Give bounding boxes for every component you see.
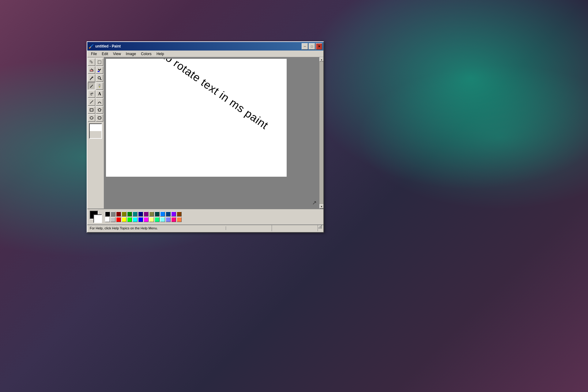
svg-point-16 [92,95,92,95]
color-swatch[interactable] [138,217,143,222]
tool-magnifier[interactable] [96,74,103,82]
scroll-track[interactable] [319,62,323,204]
color-swatch[interactable] [116,212,121,217]
svg-rect-25 [320,228,321,228]
tool-brush[interactable] [96,82,103,90]
status-corner [318,225,322,231]
status-text: For Help, click Help Topics on the Help … [89,226,226,230]
maximize-button[interactable]: □ [309,43,315,50]
tool-rect[interactable] [88,106,95,114]
status-bar: For Help, click Help Topics on the Help … [87,224,323,231]
tool-polygon[interactable] [96,106,103,114]
color-swatch[interactable] [122,217,126,222]
color-row-2 [105,217,182,222]
menu-edit[interactable]: Edit [99,51,111,57]
color-swatch[interactable] [111,212,115,217]
tool-rounded-rect[interactable] [96,114,103,122]
tool-free-select[interactable] [88,58,95,66]
color-swatch[interactable] [138,212,143,217]
color-palette-area [87,209,323,224]
color-swatch[interactable] [105,217,110,222]
color-swatch[interactable] [171,212,176,217]
svg-rect-29 [321,225,322,226]
color-swatch[interactable] [133,217,138,222]
color-swatch[interactable] [144,212,149,217]
menu-help[interactable]: Help [154,51,167,57]
color-swatch[interactable] [166,217,171,222]
svg-rect-28 [321,226,322,227]
color-swatch[interactable] [149,212,154,217]
svg-rect-12 [99,84,100,87]
color-swatch[interactable] [160,217,165,222]
svg-rect-20 [90,109,93,111]
color-selected-box [90,211,102,223]
color-swatch[interactable] [155,217,160,222]
menu-file[interactable]: File [89,51,99,57]
color-swatch[interactable] [166,212,171,217]
svg-rect-26 [321,228,322,228]
svg-rect-24 [318,228,319,228]
preview-bottom [90,131,101,138]
color-grid [105,212,182,222]
tool-row-2 [88,66,103,74]
svg-point-13 [90,94,91,95]
tool-airbrush[interactable] [88,90,95,98]
color-swatch[interactable] [177,212,182,217]
canvas-text: how to rotate text in ms paint [140,59,271,132]
svg-rect-4 [98,71,100,72]
color-swatch[interactable] [144,217,149,222]
tool-row-5: A [88,90,103,98]
svg-line-19 [90,100,93,104]
tool-ellipse[interactable] [88,114,95,122]
svg-point-8 [98,77,100,79]
svg-marker-0 [90,61,92,63]
background-color[interactable] [93,214,102,223]
color-swatch[interactable] [149,217,154,222]
color-swatch[interactable] [177,217,182,222]
status-section-1 [226,225,272,231]
color-swatch[interactable] [127,212,132,217]
color-swatch[interactable] [171,217,176,222]
menu-colors[interactable]: Colors [138,51,154,57]
tool-eraser[interactable] [88,66,95,74]
svg-rect-27 [320,226,321,227]
color-swatch[interactable] [116,217,121,222]
status-section-2 [272,225,318,231]
tool-rect-select[interactable] [96,58,103,66]
window-controls: ─ □ ✕ [302,43,322,50]
tool-color-preview [89,123,102,139]
scroll-up-button[interactable]: ▲ [319,57,323,62]
menu-image[interactable]: Image [123,51,138,57]
color-swatch[interactable] [160,212,165,217]
scroll-down-button[interactable]: ▼ [319,204,323,209]
svg-line-9 [100,79,101,80]
menu-view[interactable]: View [111,51,123,57]
tool-curve[interactable] [96,98,103,106]
color-swatch[interactable] [111,217,115,222]
tool-row-3 [88,74,103,82]
svg-rect-1 [98,61,101,64]
minimize-button[interactable]: ─ [302,43,308,50]
menu-bar: File Edit View Image Colors Help [87,51,323,57]
tool-line[interactable] [88,98,95,106]
scrollbar-vertical[interactable]: ▲ ▼ [319,57,323,209]
tool-text[interactable]: A [96,90,103,98]
window-title: untitled - Paint [95,44,302,48]
svg-rect-17 [92,93,93,94]
svg-marker-21 [98,108,101,111]
tool-fill[interactable] [96,66,103,74]
svg-rect-7 [90,79,91,80]
tool-pencil[interactable] [88,82,95,90]
color-swatch[interactable] [127,217,132,222]
color-swatch[interactable] [122,212,126,217]
color-swatch[interactable] [133,212,138,217]
close-button[interactable]: ✕ [316,43,322,50]
color-swatch[interactable] [105,212,110,217]
preview-top [90,124,101,131]
color-swatch[interactable] [155,212,160,217]
canvas-wrapper[interactable]: how to rotate text in ms paint ↗ [104,57,319,209]
svg-point-14 [91,94,92,94]
drawing-canvas[interactable]: how to rotate text in ms paint [106,59,287,177]
tool-row-6 [88,98,103,106]
tool-eyedropper[interactable] [88,74,95,82]
